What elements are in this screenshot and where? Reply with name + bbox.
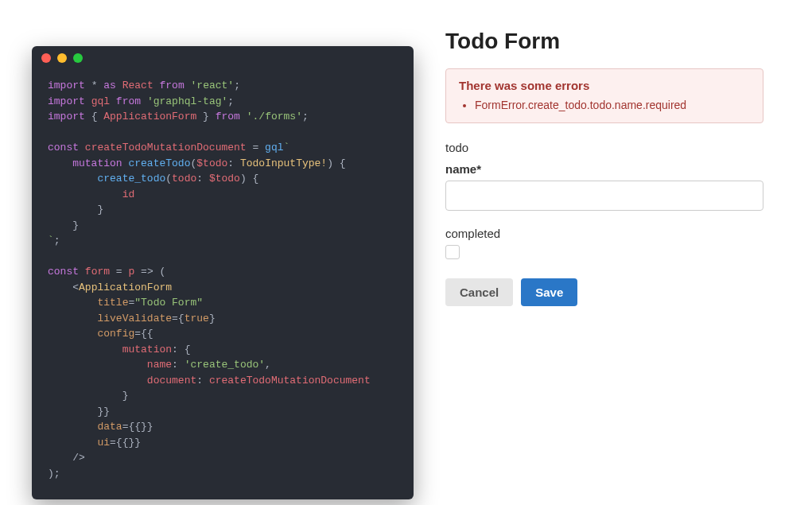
- cancel-button[interactable]: Cancel: [445, 278, 513, 306]
- page-title: Todo Form: [445, 29, 763, 54]
- name-input[interactable]: [445, 181, 763, 211]
- window-titlebar: [32, 46, 414, 70]
- window-minimize-dot[interactable]: [57, 53, 67, 63]
- error-title: There was some errors: [459, 79, 750, 92]
- field-group: todo name* completed: [445, 141, 763, 259]
- completed-checkbox[interactable]: [445, 245, 460, 259]
- code-window: import * as React from 'react'; import g…: [32, 46, 414, 499]
- error-alert: There was some errors FormError.create_t…: [445, 68, 763, 123]
- error-item: FormError.create_todo.todo.name.required: [475, 99, 750, 111]
- field-group-legend: todo: [445, 141, 763, 154]
- save-button[interactable]: Save: [521, 278, 577, 306]
- error-list: FormError.create_todo.todo.name.required: [459, 99, 750, 111]
- code-block: import * as React from 'react'; import g…: [32, 70, 414, 497]
- completed-label: completed: [445, 227, 763, 240]
- window-zoom-dot[interactable]: [73, 53, 83, 63]
- button-row: Cancel Save: [445, 278, 763, 306]
- form-panel: Todo Form There was some errors FormErro…: [445, 24, 763, 489]
- window-close-dot[interactable]: [41, 53, 51, 63]
- name-label: name*: [445, 162, 763, 176]
